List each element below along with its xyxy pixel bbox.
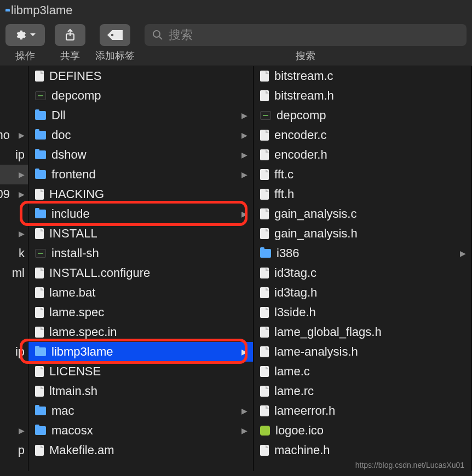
column-1[interactable]: DEFINESdepcompDll▶doc▶dshow▶frontend▶HAC… bbox=[28, 66, 254, 471]
file-icon bbox=[260, 189, 269, 200]
item-label: INSTALL.configure bbox=[49, 266, 150, 280]
file-icon bbox=[260, 90, 269, 101]
item-label: lame-analysis.h bbox=[274, 345, 358, 359]
list-item[interactable] bbox=[0, 362, 28, 381]
list-item[interactable]: lame.c bbox=[254, 362, 471, 381]
list-item[interactable]: macosx▶ bbox=[28, 421, 253, 440]
file-icon bbox=[35, 287, 44, 298]
item-label: ltmain.sh bbox=[49, 384, 97, 398]
share-button[interactable] bbox=[55, 24, 85, 46]
list-item[interactable]: logoe.ico bbox=[254, 421, 471, 440]
list-item[interactable]: lame-analysis.h bbox=[254, 342, 471, 362]
folder-icon bbox=[35, 426, 46, 435]
list-item[interactable]: HACKING bbox=[28, 184, 253, 204]
item-label: install-sh bbox=[51, 246, 99, 260]
file-icon bbox=[260, 71, 269, 82]
file-icon bbox=[260, 445, 269, 456]
list-item[interactable]: gain_analysis.c bbox=[254, 204, 471, 224]
item-label: lame.spec bbox=[49, 305, 104, 320]
list-item[interactable]: mac▶ bbox=[28, 401, 253, 421]
list-item[interactable] bbox=[0, 66, 28, 86]
list-item[interactable]: encoder.h bbox=[254, 145, 471, 165]
search-input[interactable] bbox=[169, 28, 319, 42]
file-icon bbox=[35, 307, 44, 318]
list-item[interactable]: lame_global_flags.h bbox=[254, 322, 471, 342]
list-item[interactable]: install-sh bbox=[28, 243, 253, 263]
column-2[interactable]: bitstream.cbitstream.hdepcompencoder.cen… bbox=[254, 66, 472, 471]
list-item[interactable]: INSTALL.configure bbox=[28, 263, 253, 283]
list-item[interactable]: gain_analysis.h bbox=[254, 224, 471, 243]
file-icon bbox=[35, 268, 44, 278]
list-item[interactable]: l3side.h bbox=[254, 303, 471, 322]
chevron-right-icon: ▶ bbox=[241, 111, 247, 120]
item-label: Makefile.am bbox=[49, 443, 114, 457]
list-item[interactable]: p bbox=[0, 440, 28, 460]
chevron-right-icon: ▶ bbox=[19, 426, 25, 435]
list-item[interactable]: doc▶ bbox=[28, 125, 253, 145]
folder-icon bbox=[35, 407, 46, 415]
item-label: encoder.c bbox=[274, 128, 326, 142]
window-title-bar: libmp3lame bbox=[0, 0, 472, 22]
gear-icon bbox=[14, 29, 26, 41]
share-label: 共享 bbox=[60, 49, 80, 62]
list-item[interactable]: libmp3lame▶ bbox=[28, 342, 253, 362]
list-item[interactable] bbox=[0, 283, 28, 303]
file-icon bbox=[35, 71, 44, 82]
file-icon bbox=[260, 287, 269, 298]
list-item[interactable]: fft.c bbox=[254, 165, 471, 184]
list-item[interactable]: k bbox=[0, 243, 28, 263]
list-item[interactable]: lame.spec bbox=[28, 303, 253, 322]
file-icon bbox=[260, 228, 269, 239]
list-item[interactable]: dshow▶ bbox=[28, 145, 253, 165]
list-item[interactable]: bitstream.c bbox=[254, 66, 471, 86]
list-item[interactable]: DEFINES bbox=[28, 66, 253, 86]
search-field[interactable] bbox=[145, 24, 467, 46]
list-item[interactable]: 09▶ bbox=[0, 184, 28, 204]
list-item[interactable]: Makefile.am bbox=[28, 440, 253, 460]
list-item[interactable]: lame.rc bbox=[254, 381, 471, 401]
list-item[interactable]: ip bbox=[0, 145, 28, 165]
folder-icon bbox=[35, 347, 46, 356]
list-item[interactable]: lameerror.h bbox=[254, 401, 471, 421]
list-item[interactable]: ▶ bbox=[0, 421, 28, 440]
list-item[interactable]: id3tag.c bbox=[254, 263, 471, 283]
column-0[interactable]: no▶ip▶09▶▶kmlip▶p bbox=[0, 66, 28, 471]
list-item[interactable]: ▶ bbox=[0, 165, 28, 184]
list-item[interactable]: Dll▶ bbox=[28, 106, 253, 125]
list-item[interactable] bbox=[0, 381, 28, 401]
list-item[interactable] bbox=[0, 86, 28, 106]
list-item[interactable]: bitstream.h bbox=[254, 86, 471, 106]
item-label: dshow bbox=[51, 148, 87, 162]
list-item[interactable]: no▶ bbox=[0, 125, 28, 145]
file-icon bbox=[35, 445, 44, 456]
actions-button[interactable] bbox=[5, 24, 45, 46]
exec-icon bbox=[35, 91, 46, 100]
list-item[interactable]: depcomp bbox=[28, 86, 253, 106]
list-item[interactable]: ip bbox=[0, 342, 28, 362]
list-item[interactable]: encoder.c bbox=[254, 125, 471, 145]
list-item[interactable] bbox=[0, 303, 28, 322]
add-tag-button[interactable] bbox=[100, 24, 130, 46]
chevron-right-icon: ▶ bbox=[241, 347, 247, 356]
list-item[interactable]: i386▶ bbox=[254, 243, 471, 263]
list-item[interactable] bbox=[0, 204, 28, 224]
list-item[interactable]: LICENSE bbox=[28, 362, 253, 381]
item-label: encoder.h bbox=[274, 148, 327, 162]
item-label: lame.spec.in bbox=[49, 325, 117, 339]
list-item[interactable]: id3tag.h bbox=[254, 283, 471, 303]
list-item[interactable]: lame.spec.in bbox=[28, 322, 253, 342]
list-item[interactable] bbox=[0, 401, 28, 421]
list-item[interactable]: ml bbox=[0, 263, 28, 283]
list-item[interactable]: INSTALL bbox=[28, 224, 253, 243]
list-item[interactable]: ▶ bbox=[0, 224, 28, 243]
list-item[interactable]: lame.bat bbox=[28, 283, 253, 303]
list-item[interactable]: machine.h bbox=[254, 440, 471, 460]
list-item[interactable]: fft.h bbox=[254, 184, 471, 204]
list-item[interactable]: depcomp bbox=[254, 106, 471, 125]
list-item[interactable]: frontend▶ bbox=[28, 165, 253, 184]
list-item[interactable]: ltmain.sh bbox=[28, 381, 253, 401]
list-item[interactable] bbox=[0, 322, 28, 342]
folder-icon bbox=[35, 111, 46, 120]
list-item[interactable] bbox=[0, 106, 28, 125]
list-item[interactable]: include▶ bbox=[28, 204, 253, 224]
